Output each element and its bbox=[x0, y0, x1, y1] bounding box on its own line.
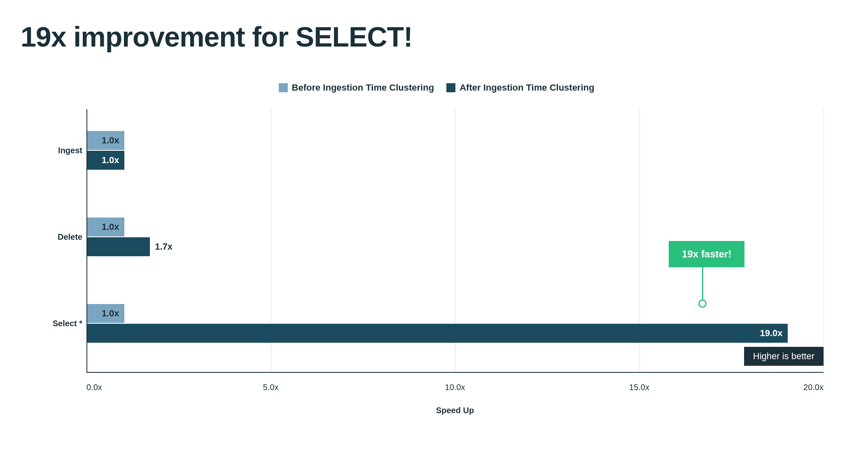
annotation-line bbox=[702, 267, 703, 304]
x-axis bbox=[86, 372, 824, 373]
legend-label-after: After Ingestion Time Clustering bbox=[460, 82, 594, 93]
bar-delete-after: 1.7x bbox=[87, 237, 150, 256]
y-tick-delete: Delete bbox=[47, 232, 82, 242]
legend: Before Ingestion Time Clustering After I… bbox=[49, 82, 824, 95]
page: 19x improvement for SELECT! Before Inges… bbox=[0, 0, 868, 449]
annotation-dot bbox=[698, 299, 707, 308]
legend-label-before: Before Ingestion Time Clustering bbox=[292, 82, 434, 93]
bar-delete-before: 1.0x bbox=[87, 217, 124, 236]
bar-ingest-before: 1.0x bbox=[87, 131, 124, 150]
bar-ingest-after: 1.0x bbox=[87, 151, 124, 170]
page-title: 19x improvement for SELECT! bbox=[21, 21, 413, 53]
gridline bbox=[824, 109, 824, 373]
bar-label: 1.0x bbox=[102, 155, 119, 166]
bar-label: 1.0x bbox=[102, 222, 119, 232]
x-tick: 15.0x bbox=[629, 383, 649, 392]
plot-area: Ingest Delete Select * 1.0x 1.0x 1.0x 1.… bbox=[86, 109, 824, 373]
bar-select-before: 1.0x bbox=[87, 304, 124, 323]
bar-label: 1.7x bbox=[155, 241, 173, 252]
x-tick: 5.0x bbox=[263, 383, 279, 392]
legend-item-after: After Ingestion Time Clustering bbox=[446, 82, 594, 93]
bar-label: 1.0x bbox=[102, 135, 119, 146]
x-tick: 10.0x bbox=[445, 383, 465, 392]
chart: Before Ingestion Time Clustering After I… bbox=[49, 82, 824, 437]
bar-label: 19.0x bbox=[760, 328, 782, 339]
higher-is-better-badge: Higher is better bbox=[744, 347, 824, 366]
y-tick-ingest: Ingest bbox=[47, 146, 82, 155]
bar-select-after: 19.0x bbox=[87, 324, 788, 343]
x-axis-title: Speed Up bbox=[86, 406, 824, 415]
legend-swatch-after bbox=[446, 83, 455, 92]
bar-label: 1.0x bbox=[102, 308, 119, 319]
legend-swatch-before bbox=[279, 83, 288, 92]
x-tick: 0.0x bbox=[86, 383, 102, 392]
annotation-callout: 19x faster! bbox=[669, 241, 744, 267]
legend-item-before: Before Ingestion Time Clustering bbox=[279, 82, 434, 93]
x-tick: 20.0x bbox=[803, 383, 824, 392]
y-tick-select: Select * bbox=[47, 319, 82, 328]
